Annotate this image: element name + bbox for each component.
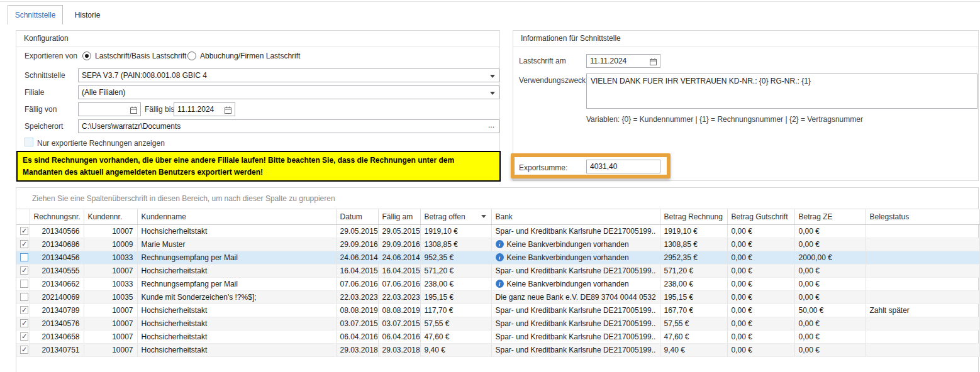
header-belegstatus[interactable]: Belegstatus — [866, 209, 979, 224]
verwendungszweck-textarea[interactable]: VIELEN DANK FUER IHR VERTRAUEN KD-NR.: {… — [586, 74, 977, 109]
row-checkbox[interactable] — [20, 306, 28, 314]
table-row[interactable]: 201340576 10007 Hochsicherheitstakt 03.0… — [16, 317, 979, 330]
tab-schnittstelle[interactable]: Schnittstelle — [8, 5, 63, 25]
cell-kundennr: 10009 — [84, 238, 137, 251]
calendar-icon[interactable] — [130, 106, 138, 116]
table-row[interactable]: 201340555 10007 Hochsicherheitstakt 16.0… — [16, 264, 979, 277]
row-checkbox[interactable] — [20, 280, 28, 288]
speicherort-value: C:\Users\warratzr\Documents — [82, 122, 181, 131]
cell-datum: 29.09.2016 — [336, 238, 378, 251]
verwendungszweck-label: Verwendungszweck — [519, 74, 586, 87]
row-checkbox[interactable] — [20, 332, 28, 341]
header-betrag-offen[interactable]: Betrag offen — [420, 209, 491, 224]
filiale-dropdown[interactable]: (Alle Filialen) — [78, 85, 499, 99]
row-select-cell[interactable] — [16, 290, 30, 304]
table-row[interactable]: 201340658 10007 Hochsicherheitstakt 06.0… — [16, 330, 979, 343]
cell-faellig-am: 22.03.2023 — [378, 290, 420, 304]
exportsumme-input[interactable]: 4031,40 — [586, 160, 660, 173]
calendar-icon[interactable] — [224, 106, 232, 116]
cell-kundenname: Rechnungsempfang per Mail — [137, 251, 336, 264]
cell-betrag-ze: 2000,00 € — [794, 251, 866, 264]
radio-lastschrift-basis[interactable]: Lastschrift/Basis Lastschrift — [82, 50, 186, 62]
header-betrag-ze[interactable]: Betrag ZE — [794, 209, 866, 224]
speicherort-input[interactable]: C:\Users\warratzr\Documents ... — [78, 119, 499, 133]
row-select-cell[interactable] — [16, 317, 30, 330]
header-bank[interactable]: Bank — [491, 209, 660, 224]
cell-kundenname: Hochsicherheitstakt — [137, 224, 336, 238]
cell-belegstatus: Zahlt später — [866, 304, 979, 317]
cell-rechnungsnr: 201340686 — [30, 238, 84, 251]
table-row[interactable]: 201340686 10009 Marie Muster 29.09.2016 … — [16, 238, 979, 251]
row-checkbox[interactable] — [20, 227, 28, 235]
faellig-bis-date-input[interactable]: 11.11.2024 — [174, 102, 235, 116]
header-betrag-rechnung[interactable]: Betrag Rechnung — [660, 209, 727, 224]
cell-betrag-offen: 238,00 € — [420, 277, 491, 290]
chevron-down-icon — [490, 92, 495, 95]
row-select-cell[interactable] — [16, 264, 30, 277]
row-checkbox[interactable] — [20, 253, 28, 261]
cell-betrag-rechnung: 195,15 € — [660, 290, 727, 304]
row-select-cell[interactable] — [16, 330, 30, 343]
row-checkbox[interactable] — [20, 293, 28, 301]
sort-descending-icon[interactable] — [481, 215, 486, 218]
table-row[interactable]: 201340456 10033 Rechnungsempfang per Mai… — [16, 251, 979, 264]
cell-datum: 06.04.2016 — [336, 330, 378, 343]
cell-betrag-rechnung: 1308,85 € — [660, 238, 727, 251]
chevron-down-icon — [490, 75, 495, 78]
row-select-cell[interactable] — [16, 304, 30, 317]
cell-betrag-ze: 0,00 € — [794, 277, 866, 290]
row-select-cell[interactable] — [16, 238, 30, 251]
bank-text: Keine Bankverbindungen vorhanden — [507, 240, 629, 249]
faellig-von-date-input[interactable] — [78, 102, 141, 116]
table-row[interactable]: 201340751 10007 Hochsicherheitstakt 29.0… — [16, 343, 979, 356]
header-betrag-gutschrift[interactable]: Betrag Gutschrift — [727, 209, 794, 224]
row-select-cell[interactable] — [16, 277, 30, 290]
header-datum[interactable]: Datum — [336, 209, 378, 224]
filiale-warning-banner: Es sind Rechnungen vorhanden, die über e… — [16, 151, 501, 182]
radio-icon — [187, 52, 196, 60]
cell-bank: Die ganz neue Bank e.V. DE89 3704 0044 0… — [491, 290, 660, 304]
row-checkbox[interactable] — [20, 266, 28, 275]
row-checkbox[interactable] — [20, 346, 28, 354]
bank-text: Keine Bankverbindungen vorhanden — [507, 280, 629, 288]
cell-betrag-rechnung: 1919,10 € — [660, 224, 727, 238]
cell-betrag-offen: 1919,10 € — [420, 224, 491, 238]
header-kundenname[interactable]: Kundenname — [137, 209, 336, 224]
cell-betrag-ze: 0,00 € — [794, 238, 866, 251]
radio-abbuchung-firmen[interactable]: Abbuchung/Firmen Lastschrift — [187, 50, 300, 62]
groupby-drop-area[interactable]: Ziehen Sie eine Spaltenüberschrift in di… — [16, 188, 978, 209]
table-row[interactable]: 201340789 10007 Hochsicherheitstakt 08.0… — [16, 304, 979, 317]
cell-betrag-ze: 0,00 € — [794, 343, 866, 356]
cell-kundennr: 10033 — [84, 277, 137, 290]
row-select-cell[interactable] — [16, 251, 30, 264]
tab-historie[interactable]: Historie — [65, 5, 109, 25]
row-checkbox[interactable] — [20, 240, 28, 248]
cell-belegstatus — [866, 317, 979, 330]
exportieren-von-label: Exportieren von — [25, 50, 77, 62]
informationen-groupbox: Informationen für Schnittstelle Lastschr… — [513, 30, 979, 181]
calendar-icon[interactable] — [649, 57, 657, 68]
table-row[interactable]: 202140069 10035 Kunde mit Sonderzeichen'… — [16, 290, 979, 304]
table-row[interactable]: 201340566 10007 Hochsicherheitstakt 29.0… — [16, 224, 979, 238]
header-rechnungsnr[interactable]: Rechnungsnr. — [30, 209, 84, 224]
browse-button[interactable]: ... — [485, 121, 498, 132]
filiale-label: Filiale — [25, 86, 44, 99]
schnittstelle-dropdown[interactable]: SEPA V3.7 (PAIN:008.001.08 GBIC 4 — [78, 68, 499, 82]
header-kundennr[interactable]: Kundennr. — [84, 209, 137, 224]
bank-text: Die ganz neue Bank e.V. DE89 3704 0044 0… — [496, 293, 656, 302]
nur-exportierte-checkbox[interactable] — [25, 138, 33, 146]
header-faellig-am[interactable]: Fällig am — [378, 209, 420, 224]
row-checkbox[interactable] — [20, 319, 28, 327]
table-row[interactable]: 201340662 10033 Rechnungsempfang per Mai… — [16, 277, 979, 290]
cell-bank: Spar- und Kreditbank Karlsruhe DE2170051… — [491, 304, 660, 317]
cell-betrag-ze: 0,00 € — [794, 290, 866, 304]
row-select-cell[interactable] — [16, 224, 30, 238]
cell-belegstatus — [866, 290, 979, 304]
cell-rechnungsnr: 202140069 — [30, 290, 84, 304]
row-select-cell[interactable] — [16, 343, 30, 356]
header-select-column[interactable] — [16, 209, 30, 224]
cell-kundennr: 10007 — [84, 304, 137, 317]
tab-schnittstelle-label: Schnittstelle — [15, 11, 56, 19]
bank-text: Spar- und Kreditbank Karlsruhe DE2170051… — [496, 346, 656, 354]
lastschrift-am-date-input[interactable]: 11.11.2024 — [586, 54, 660, 68]
